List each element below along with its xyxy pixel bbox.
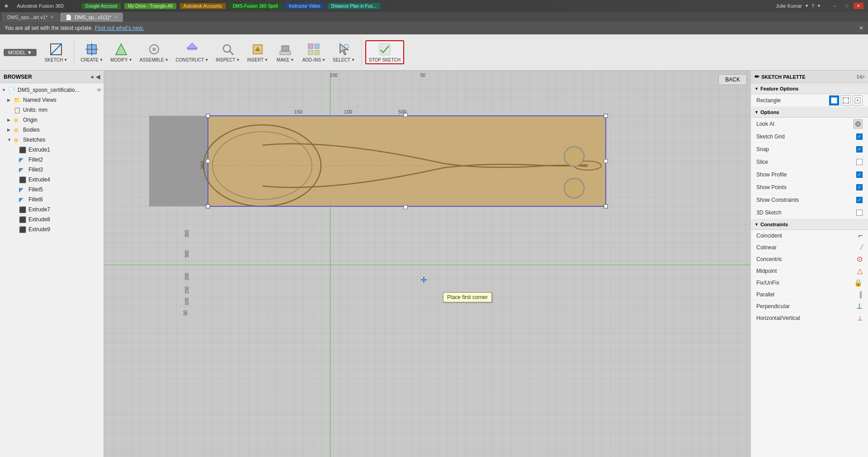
sketches-arrow-icon: ▼ [7, 138, 14, 142]
show-constraints-control[interactable]: ✓ [856, 197, 863, 203]
show-profile-control[interactable]: ✓ [856, 171, 863, 178]
tree-units[interactable]: ▶ 📋 Units: mm [0, 105, 104, 115]
user-name[interactable]: Julie Kumar [776, 3, 802, 9]
show-points-control[interactable]: ✓ [856, 184, 863, 190]
autodesk-tab-0[interactable]: Google Account [82, 3, 121, 9]
svg-point-35 [564, 147, 584, 167]
svg-point-52 [843, 97, 844, 99]
look-at-button[interactable] [854, 119, 863, 129]
constraints-header[interactable]: ▼ Constraints [751, 219, 868, 230]
notif-text: You are all set with the latest update. [5, 25, 93, 31]
tree-origin[interactable]: ▶ ⊕ Origin [0, 115, 104, 125]
svg-text:150: 150 [294, 109, 302, 114]
toolbar-sketch[interactable]: SKETCH ▼ [42, 41, 70, 63]
minimize-button[interactable]: ─ [830, 3, 840, 9]
assemble-icon [147, 42, 161, 57]
svg-rect-40 [206, 205, 210, 208]
tree-extrude4[interactable]: ▶ ⬛ Extrude4 [0, 175, 104, 185]
autodesk-tab-5[interactable]: Distance Plan in Fus... [328, 3, 380, 9]
svg-rect-41 [604, 205, 608, 208]
autodesk-tab-3[interactable]: DMS-Fusion 360 Spell [229, 3, 282, 9]
browser-tree: ▼ 📄 DMS_spoon_certificatio... 👁 ▶ 📁 Name… [0, 83, 104, 457]
3d-sketch-checkbox[interactable] [856, 209, 863, 216]
document-tab-0[interactable]: DMS_spo...art v1* ✕ [2, 13, 59, 22]
back-button[interactable]: BACK [718, 74, 747, 85]
snap-control[interactable]: ✓ [856, 146, 863, 152]
model-dropdown[interactable]: MODEL ▼ [4, 49, 37, 56]
rect-corner-button[interactable] [841, 95, 851, 105]
root-vis-icon[interactable]: 👁 [97, 87, 102, 93]
options-header[interactable]: ▼ Options [751, 107, 868, 118]
slice-checkbox[interactable] [856, 159, 863, 165]
user-dropdown-icon[interactable]: ▼ [805, 4, 809, 8]
toolbar-assemble[interactable]: ASSEMBLE ▼ [137, 41, 171, 63]
tree-extrude1[interactable]: ▶ ⬛ Extrude1 [0, 145, 104, 155]
canvas-area[interactable]: 350 300 200 150 100 50 100 50 [104, 71, 750, 457]
notif-link[interactable]: Find out what's new. [95, 25, 144, 31]
autodesk-tab-2[interactable]: Autodesk Accounts [180, 3, 226, 9]
browser-collapse-icon[interactable]: ◀ [96, 74, 100, 80]
extrude8-icon: ⬛ [19, 216, 27, 223]
inspect-icon [221, 42, 235, 57]
tree-extrude9[interactable]: ▶ ⬛ Extrude9 [0, 224, 104, 234]
help-icon[interactable]: ? [811, 3, 814, 9]
tree-root[interactable]: ▼ 📄 DMS_spoon_certificatio... 👁 [0, 85, 104, 95]
toolbar-inspect[interactable]: INSPECT ▼ [213, 41, 242, 63]
toolbar-insert[interactable]: INSERT ▼ [245, 41, 271, 63]
tree-named-views[interactable]: ▶ 📁 Named Views [0, 95, 104, 105]
place-corner-tooltip: Place first corner [443, 292, 492, 302]
toolbar-select[interactable]: SELECT ▼ [330, 41, 358, 63]
tree-fillet3[interactable]: ▶ ◤ Fillet3 [0, 165, 104, 175]
sketch-grid-control[interactable]: ✓ [856, 133, 863, 140]
parallel-label: Parallel [756, 291, 859, 298]
toolbar-construct[interactable]: CONSTRUCT ▼ [173, 41, 212, 63]
spoon-drawing: 150 100 500 250 [149, 98, 624, 233]
close-button[interactable]: ✕ [854, 3, 863, 9]
svg-rect-14 [280, 51, 291, 55]
ruler-label-50: 50 [183, 310, 188, 315]
maximize-button[interactable]: □ [842, 3, 852, 9]
autodesk-tab-1[interactable]: My Drive - Triangle-All [124, 3, 176, 9]
perpendicular-row: Perpendicular ⊥ [751, 300, 868, 312]
show-points-checkbox[interactable]: ✓ [856, 184, 863, 190]
3d-sketch-control[interactable] [856, 209, 863, 216]
notification-close-button[interactable]: ✕ [859, 25, 863, 31]
autodesk-tab-4[interactable]: Instructor Video [285, 3, 324, 9]
toolbar-stop-sketch[interactable]: STOP SKETCH [365, 40, 404, 64]
show-profile-checkbox[interactable]: ✓ [856, 171, 863, 178]
doc-tab-close-1[interactable]: ✕ [114, 15, 118, 19]
horizontal-axis [104, 265, 750, 265]
svg-point-57 [857, 100, 859, 101]
toolbar-create[interactable]: CREATE ▼ [78, 41, 106, 63]
toolbar-addins[interactable]: ADD-INS ▼ [300, 41, 328, 63]
ruler-label-200: 200 [184, 273, 189, 281]
toolbar-make[interactable]: MAKE ▼ [273, 41, 298, 63]
snap-checkbox[interactable]: ✓ [856, 146, 863, 152]
svg-rect-29 [208, 116, 606, 206]
help-dropdown-icon[interactable]: ▼ [817, 4, 821, 8]
feature-options-header[interactable]: ▼ Feature Options [751, 83, 868, 94]
tree-fillet6[interactable]: ▶ ◤ Fillet6 [0, 195, 104, 205]
slice-control[interactable] [856, 159, 863, 165]
rect-filled-button[interactable] [829, 95, 839, 105]
svg-rect-44 [206, 159, 210, 163]
tree-fillet2[interactable]: ▶ ◤ Fillet2 [0, 155, 104, 165]
palette-expand-button[interactable]: ▷▷ [857, 74, 864, 80]
doc-tab-close-0[interactable]: ✕ [50, 15, 54, 19]
autodesk-bar: ■ Autodesk Fusion 360 Google Account My … [0, 0, 868, 12]
tree-sketches[interactable]: ▼ ⊕ Sketches [0, 135, 104, 145]
svg-point-54 [843, 102, 844, 104]
tree-fillet5[interactable]: ▶ ◤ Fillet5 [0, 185, 104, 195]
browser-circle-icon[interactable]: ● [91, 74, 94, 80]
tree-extrude7[interactable]: ▶ ⬛ Extrude7 [0, 205, 104, 214]
toolbar-modify[interactable]: MODIFY ▼ [108, 41, 135, 63]
svg-point-7 [152, 48, 156, 51]
fillet6-icon: ◤ [19, 196, 27, 203]
tree-bodies[interactable]: ▶ ⊕ Bodies [0, 125, 104, 135]
rect-center-button[interactable] [853, 95, 863, 105]
document-tab-1[interactable]: 📄 DMS_sp...v1(1)* ✕ [60, 13, 123, 22]
svg-rect-19 [315, 50, 319, 55]
show-constraints-checkbox[interactable]: ✓ [856, 197, 863, 203]
sketch-grid-checkbox[interactable]: ✓ [856, 133, 863, 140]
tree-extrude8[interactable]: ▶ ⬛ Extrude8 [0, 214, 104, 224]
